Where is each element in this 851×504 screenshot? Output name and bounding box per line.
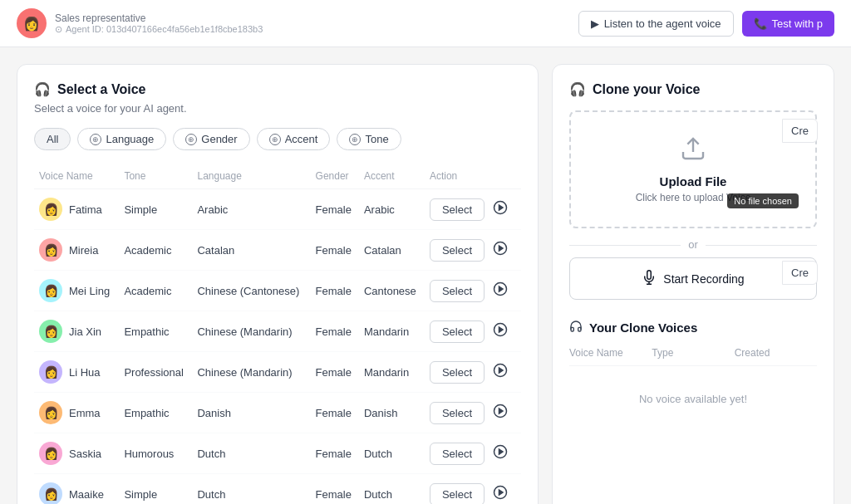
phone-icon: 📞: [754, 17, 767, 30]
table-row: 👩 Maaike Simple Dutch Female Dutch Selec…: [34, 474, 521, 505]
voice-action-cell: Select: [425, 352, 521, 393]
play-voice-button[interactable]: [489, 281, 511, 301]
table-row: 👩 Emma Empathic Danish Female Danish Sel…: [34, 393, 521, 433]
voice-action-cell: Select: [425, 433, 521, 474]
voice-name: Saskia: [69, 448, 101, 460]
right-panel: 🎧 Clone your Voice Upload File Click her…: [552, 64, 834, 504]
play-voice-button[interactable]: [489, 444, 511, 463]
select-button[interactable]: Select: [430, 361, 485, 384]
voice-accent: Mandarin: [359, 352, 425, 393]
voice-action-cell: Select: [425, 189, 521, 230]
svg-marker-3: [499, 246, 504, 251]
voice-accent: Dutch: [359, 474, 425, 505]
play-voice-button[interactable]: [489, 485, 511, 504]
filter-language[interactable]: ⊕ Language: [77, 128, 166, 150]
voice-name-cell: 👩 Jia Xin: [34, 311, 119, 352]
voice-language: Chinese (Mandarin): [192, 311, 310, 352]
clone-voices-title: Your Clone Voices: [569, 320, 817, 335]
voice-language: Danish: [192, 393, 310, 433]
filter-gender[interactable]: ⊕ Gender: [173, 128, 249, 150]
play-voice-button[interactable]: [489, 363, 511, 382]
col-action: Action: [425, 164, 521, 189]
or-divider: or: [569, 238, 817, 251]
voice-language: Catalan: [192, 230, 310, 271]
voice-name-cell: 👩 Mireia: [34, 230, 119, 271]
col-voice-name: Voice Name: [34, 164, 119, 189]
play-voice-button[interactable]: [489, 241, 511, 260]
svg-marker-7: [499, 327, 504, 332]
no-voice-text: No voice available yet!: [569, 376, 817, 422]
voice-language: Dutch: [192, 474, 310, 505]
create-bottom-button[interactable]: Cre: [782, 261, 818, 285]
play-voice-button[interactable]: [489, 200, 511, 219]
clone-voices-icon: [569, 320, 583, 335]
agent-id: ⊙ Agent ID: 013d407166ec4fa56eb1e1f8cbe1…: [55, 24, 263, 35]
upload-title: Upload File: [588, 174, 799, 188]
col-accent: Accent: [359, 164, 425, 189]
voice-name-cell: 👩 Emma: [34, 393, 119, 433]
select-button[interactable]: Select: [430, 321, 485, 343]
voice-name: Maaike: [69, 488, 104, 501]
panel-title: 🎧 Select a Voice: [34, 81, 521, 97]
select-button[interactable]: Select: [430, 402, 485, 424]
voice-tone: Simple: [119, 189, 192, 230]
svg-marker-13: [499, 449, 504, 454]
voice-gender: Female: [311, 230, 359, 271]
voice-name: Mireia: [69, 244, 98, 257]
top-actions: ▶ Listen to the agent voice 📞 Test with …: [578, 11, 834, 37]
svg-marker-9: [499, 368, 504, 373]
voice-accent: Mandarin: [359, 311, 425, 352]
filter-tone[interactable]: ⊕ Tone: [337, 128, 401, 150]
voice-name: Emma: [69, 407, 101, 419]
voice-name: Mei Ling: [69, 285, 110, 297]
headphone-icon: 🎧: [34, 81, 51, 97]
filter-all[interactable]: All: [34, 128, 71, 150]
voice-avatar: 👩: [39, 442, 62, 465]
top-bar: 👩 Sales representative ⊙ Agent ID: 013d4…: [0, 0, 851, 47]
upload-icon: [588, 135, 799, 168]
filter-accent[interactable]: ⊕ Accent: [257, 128, 331, 150]
select-button[interactable]: Select: [430, 198, 485, 221]
voice-name: Li Hua: [69, 366, 101, 379]
svg-marker-11: [499, 409, 504, 413]
select-button[interactable]: Select: [430, 443, 485, 465]
voice-language: Chinese (Cantonese): [192, 271, 310, 311]
play-voice-button[interactable]: [489, 322, 511, 341]
start-recording-button[interactable]: Start Recording: [569, 257, 817, 300]
select-button[interactable]: Select: [430, 280, 485, 302]
play-voice-button[interactable]: [489, 404, 511, 423]
voice-action-cell: Select: [425, 230, 521, 271]
voice-name-cell: 👩 Li Hua: [34, 352, 119, 393]
voice-gender: Female: [311, 271, 359, 311]
voice-accent: Arabic: [359, 189, 425, 230]
panel-subtitle: Select a voice for your AI agent.: [34, 102, 521, 115]
select-button[interactable]: Select: [430, 239, 485, 262]
voice-name-cell: 👩 Maaike: [34, 474, 119, 505]
select-button[interactable]: Select: [430, 483, 485, 505]
table-row: 👩 Saskia Humorous Dutch Female Dutch Sel…: [34, 433, 521, 474]
filter-gender-icon: ⊕: [185, 134, 197, 145]
voice-action-cell: Select: [425, 271, 521, 311]
table-header-row: Voice Name Tone Language Gender Accent A…: [34, 164, 521, 189]
voice-action-cell: Select: [425, 311, 521, 352]
voice-language: Arabic: [192, 189, 310, 230]
voice-name: Fatima: [69, 203, 102, 216]
test-button[interactable]: 📞 Test with p: [742, 11, 834, 37]
voice-action-cell: Select: [425, 474, 521, 505]
listen-button[interactable]: ▶ Listen to the agent voice: [578, 11, 734, 37]
voice-accent: Catalan: [359, 230, 425, 271]
filter-accent-icon: ⊕: [269, 134, 281, 145]
voice-accent: Danish: [359, 393, 425, 433]
clone-headphone-icon: 🎧: [569, 81, 586, 97]
upload-area[interactable]: Upload File Click here to upload Voice N…: [569, 110, 817, 228]
agent-info: 👩 Sales representative ⊙ Agent ID: 013d4…: [17, 8, 263, 38]
agent-details: Sales representative ⊙ Agent ID: 013d407…: [55, 12, 263, 35]
voice-action-cell: Select: [425, 393, 521, 433]
voice-avatar: 👩: [39, 279, 62, 302]
table-row: 👩 Li Hua Professional Chinese (Mandarin)…: [34, 352, 521, 393]
create-top-button[interactable]: Cre: [782, 119, 818, 143]
clone-voices-section: Your Clone Voices Voice Name Type Create…: [569, 320, 817, 422]
voice-gender: Female: [311, 189, 359, 230]
voice-tone: Empathic: [119, 393, 192, 433]
voice-avatar: 👩: [39, 238, 62, 262]
